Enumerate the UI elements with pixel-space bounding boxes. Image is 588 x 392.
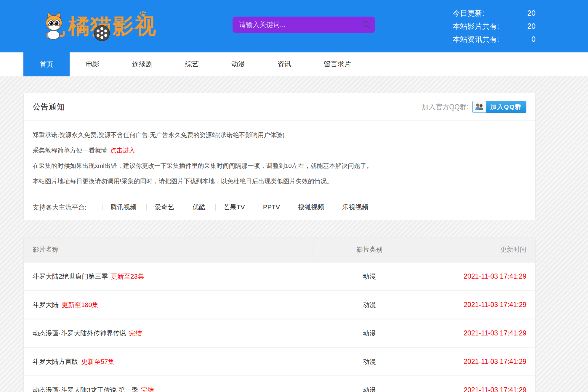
update-time: 2021-11-03 17:41:29 [426,272,526,280]
platform-item: 优酷 [176,203,205,212]
platform-name: 腾讯视频 [110,203,137,212]
nav-tab-label: 首页 [40,60,53,69]
table-rows: 斗罗大陆2绝世唐门第三季 更新至23集 动漫 2021-11-03 17:41:… [24,262,535,392]
join-qq-button[interactable]: 加入QQ群 [472,101,526,113]
table-row[interactable]: 斗罗大陆方言版 更新至57集 动漫 2021-11-03 17:41:29 [24,347,535,375]
movie-title-cell: 斗罗大陆2绝世唐门第三季 更新至23集 [33,272,313,281]
notice-line-text: 郑重承诺:资源永久免费,资源不含任何广告,无广告永久免费的资源站(承诺绝不影响用… [33,131,285,139]
nav-tab[interactable]: 首页 [23,52,70,76]
stat-row: 本站资讯共有: 0 [453,33,536,46]
movie-category: 动漫 [313,301,426,309]
stat-value: 20 [527,22,536,30]
movie-category: 动漫 [313,272,426,281]
movie-title[interactable]: 动态漫画·斗罗大陆3龙王传说 第一季 [33,386,138,392]
update-time: 2021-11-03 17:41:29 [426,329,526,337]
update-time: 2021-11-03 17:41:29 [426,386,526,392]
notice-header: 公告通知 加入官方QQ群: 加入QQ群 [24,93,535,121]
movie-title[interactable]: 斗罗大陆方言版 [33,357,78,366]
divider [102,204,102,211]
movie-title-cell: 斗罗大陆 更新至180集 [33,301,313,309]
nav-tab-label: 连续剧 [132,60,153,69]
divider [146,204,147,211]
notice-line: 在采集的时候如果出现xml出错，建议你更改一下采集插件里的采集时间间隔那一项，调… [33,158,526,173]
header-cell-name: 影片名称 [33,245,313,254]
header-cell-category: 影片类别 [313,245,426,254]
notice-body: 郑重承诺:资源永久免费,资源不含任何广告,无广告永久免费的资源站(承诺绝不影响用… [24,121,535,195]
movie-title-cell: 斗罗大陆方言版 更新至57集 [33,357,313,366]
movie-category: 动漫 [313,386,426,392]
platform-item: PPTV [247,203,280,211]
site-logo[interactable]: 橘猫影视 [43,12,157,40]
update-time: 2021-11-03 17:41:29 [426,358,526,366]
platform-name: 乐视视频 [342,203,368,212]
notice-link[interactable]: 点击进入 [110,146,135,155]
movie-title[interactable]: 斗罗大陆2绝世唐门第三季 [33,272,108,281]
notice-card: 公告通知 加入官方QQ群: 加入QQ群 [23,93,536,220]
search-icon[interactable] [362,20,371,30]
divider [215,204,216,211]
update-time: 2021-11-03 17:41:29 [426,301,526,309]
update-status: 更新至180集 [62,301,99,309]
platform-item: 乐视视频 [326,203,368,212]
nav-tab-label: 电影 [86,60,100,69]
platform-name: 搜狐视频 [298,203,324,212]
notice-line: 本站图片地址每日更换请勿调用!采集的同时，请把图片下载到本地，以免杜绝日后出现类… [33,173,526,189]
nav-tab[interactable]: 综艺 [169,52,215,76]
platform-name: 优酷 [192,203,205,212]
paw-print-icon [139,11,149,20]
table-row[interactable]: 动态漫画·斗罗大陆外传神界传说 完结 动漫 2021-11-03 17:41:2… [24,319,535,347]
movie-title[interactable]: 斗罗大陆 [33,301,59,309]
movie-title-cell: 动态漫画·斗罗大陆3龙王传说 第一季 完结 [33,386,313,392]
nav-tab[interactable]: 留言求片 [307,52,367,76]
platforms-list: 腾讯视频 爱奇艺 优酷 芒果TV [94,203,368,212]
table-row[interactable]: 动态漫画·斗罗大陆3龙王传说 第一季 完结 动漫 2021-11-03 17:4… [24,375,535,392]
update-status: 更新至23集 [111,272,144,281]
nav-tab[interactable]: 动漫 [215,52,261,76]
stat-label: 本站资讯共有: [453,34,499,44]
notice-line-text: 在采集的时候如果出现xml出错，建议你更改一下采集插件里的采集时间间隔那一项，调… [33,162,373,170]
platform-name: PPTV [263,203,280,211]
platform-name: 芒果TV [224,203,245,212]
stat-row: 今日更新: 20 [453,7,536,20]
movie-category: 动漫 [313,357,426,366]
notice-line: 采集教程简单方便一看就懂 点击进入 [33,143,526,158]
divider [255,204,255,211]
nav-tab[interactable]: 资讯 [261,52,307,76]
search-bar [233,17,375,33]
notice-title: 公告通知 [33,102,65,112]
stats-panel: 今日更新: 20 本站影片共有: 20 本站资讯共有: 0 [453,7,536,46]
stat-label: 今日更新: [453,8,484,18]
nav-tab-label: 综艺 [185,60,199,69]
divider [334,204,334,211]
nav-tab[interactable]: 连续剧 [116,52,169,76]
movie-title[interactable]: 动态漫画·斗罗大陆外传神界传说 [33,329,126,338]
update-status: 完结 [129,329,142,338]
nav-tab-label: 留言求片 [324,60,351,69]
table-row[interactable]: 斗罗大陆2绝世唐门第三季 更新至23集 动漫 2021-11-03 17:41:… [24,262,535,290]
platforms-label: 支持各大主流平台: [33,203,86,212]
film-reel-icon [94,25,110,43]
platforms-bar: 支持各大主流平台: 腾讯视频 爱奇艺 优酷 [24,195,535,220]
movie-category: 动漫 [313,329,426,338]
stat-value: 20 [527,9,536,17]
table-header: 影片名称 影片类别 更新时间 [24,237,535,262]
platform-item: 芒果TV [207,203,245,212]
platform-item: 腾讯视频 [94,203,137,212]
join-qq-label: 加入QQ群 [486,101,526,113]
stat-row: 本站影片共有: 20 [453,20,536,33]
nav-tab[interactable]: 电影 [70,52,116,76]
search-input[interactable] [233,17,375,33]
stat-value: 0 [531,35,536,44]
nav-tab-label: 动漫 [231,60,245,69]
table-row[interactable]: 斗罗大陆 更新至180集 动漫 2021-11-03 17:41:29 [24,290,535,319]
update-status: 更新至57集 [81,357,114,366]
platform-name: 爱奇艺 [155,203,174,212]
notice-line: 郑重承诺:资源永久免费,资源不含任何广告,无广告永久免费的资源站(承诺绝不影响用… [33,127,526,143]
notice-line-text: 本站图片地址每日更换请勿调用!采集的同时，请把图片下载到本地，以免杜绝日后出现类… [33,177,333,185]
header-cell-time: 更新时间 [426,245,526,254]
movie-table: 影片名称 影片类别 更新时间 斗罗大陆2绝世唐门第三季 更新至23集 动漫 20… [23,237,536,392]
stat-label: 本站影片共有: [453,21,499,31]
site-header: 橘猫影视 [0,0,588,52]
divider [290,204,290,211]
nav-bar: 首页 电影 连续剧 综艺 动漫 资讯 留言求片 [0,52,588,76]
